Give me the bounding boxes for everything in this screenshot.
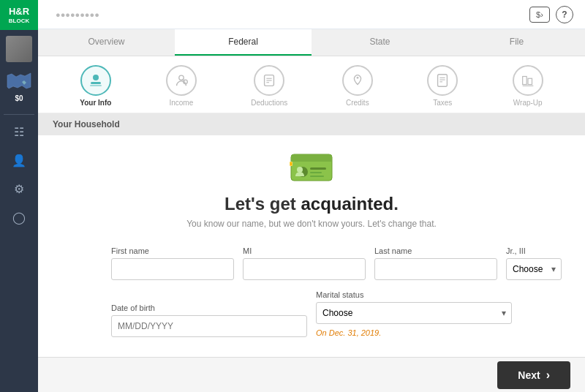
jr-select-wrapper: Choose Jr. Sr. II III IV [506, 258, 562, 280]
income-icon: $ [166, 65, 197, 96]
main-content: ●●●●●●●●● $› ? Overview Federal State Fi… [38, 0, 585, 392]
nav-tabs: Overview Federal State File [38, 29, 585, 56]
page-content: Your Household Let's get acquainted. You… [38, 113, 585, 357]
dob-marital-row: Date of birth Marital status Choose Sing… [111, 290, 512, 337]
marital-hint: On Dec. 31, 2019. [316, 328, 512, 337]
next-arrow-icon: › [546, 369, 550, 382]
step-income[interactable]: $ Income [166, 65, 197, 107]
us-map-icon [6, 71, 32, 91]
svg-point-10 [356, 77, 358, 79]
marital-group: Marital status Choose Single Married Fil… [316, 290, 512, 337]
sidebar-icon-person[interactable]: 👤 [0, 146, 38, 175]
avatar [6, 36, 32, 62]
mi-group: MI [243, 246, 366, 280]
tab-federal[interactable]: Federal [175, 29, 312, 56]
balance-display: $0 [15, 94, 23, 102]
tab-file[interactable]: File [448, 29, 585, 56]
topbar-title: ●●●●●●●●● [50, 10, 524, 19]
jr-select[interactable]: Choose Jr. Sr. II III IV [506, 258, 562, 280]
svg-rect-23 [310, 172, 322, 173]
step-label-wrap-up: Wrap-Up [513, 99, 543, 107]
sidebar-icon-gear[interactable]: ⚙ [0, 175, 38, 203]
next-label: Next [518, 369, 540, 381]
first-name-label: First name [111, 246, 234, 255]
deductions-icon [254, 65, 284, 96]
tab-state[interactable]: State [312, 29, 448, 56]
first-name-group: First name [111, 246, 234, 280]
name-row: First name MI Last name Jr., III Choose [111, 246, 512, 280]
topbar: ●●●●●●●●● $› ? [38, 0, 585, 29]
step-taxes[interactable]: Taxes [427, 65, 458, 107]
dob-group: Date of birth [111, 304, 307, 337]
step-label-deductions: Deductions [251, 99, 287, 107]
marital-select-wrapper: Choose Single Married Filing Jointly Mar… [316, 302, 512, 324]
svg-rect-1 [91, 82, 101, 84]
svg-rect-15 [522, 77, 526, 85]
logo-block: BLOCK [3, 18, 35, 25]
sidebar-icon-document[interactable]: ☷ [0, 118, 38, 146]
id-card-icon [288, 150, 335, 185]
marital-label: Marital status [316, 290, 512, 299]
svg-rect-2 [90, 85, 102, 86]
sidebar-icon-circle[interactable]: ◯ [0, 203, 38, 232]
step-credits[interactable]: Credits [342, 65, 373, 107]
logo-hr: H&R [3, 6, 35, 18]
footer: Next › [38, 357, 585, 392]
svg-rect-16 [528, 78, 532, 84]
form-subheadline: You know our name, but we don't know you… [186, 219, 437, 229]
next-button[interactable]: Next › [497, 361, 570, 389]
money-button[interactable]: $› [529, 7, 550, 23]
step-label-credits: Credits [346, 99, 369, 107]
tab-overview[interactable]: Overview [38, 29, 175, 56]
marital-select[interactable]: Choose Single Married Filing Jointly Mar… [316, 302, 512, 324]
svg-point-3 [179, 75, 184, 80]
svg-rect-22 [310, 167, 326, 170]
sidebar: H&R BLOCK $0 ☷ 👤 ⚙ ◯ [0, 0, 38, 392]
steps-bar: Your Info $ Income [38, 56, 585, 113]
help-button[interactable]: ? [556, 6, 573, 23]
jr-label: Jr., III [506, 246, 562, 255]
svg-point-0 [93, 75, 99, 80]
dob-label: Date of birth [111, 304, 307, 312]
last-name-label: Last name [374, 246, 497, 255]
last-name-input[interactable] [374, 258, 497, 280]
svg-rect-11 [438, 75, 448, 87]
jr-group: Jr., III Choose Jr. Sr. II III IV [506, 246, 562, 280]
step-deductions[interactable]: Deductions [251, 65, 287, 107]
last-name-group: Last name [374, 246, 497, 280]
svg-rect-27 [290, 162, 292, 165]
wrap-up-icon [513, 65, 543, 96]
first-name-input[interactable] [111, 258, 234, 280]
taxes-icon [427, 65, 458, 96]
svg-text:$: $ [184, 80, 185, 83]
step-label-income: Income [169, 99, 193, 107]
step-label-taxes: Taxes [433, 99, 452, 107]
step-label-your-info: Your Info [80, 99, 111, 107]
form-area: Let's get acquainted. You know our name,… [38, 135, 585, 357]
mi-label: MI [243, 246, 366, 255]
step-wrap-up[interactable]: Wrap-Up [513, 65, 543, 107]
step-your-info[interactable]: Your Info [80, 65, 111, 107]
svg-point-25 [297, 167, 303, 173]
svg-rect-20 [291, 159, 332, 162]
form-headline: Let's get acquainted. [224, 194, 399, 214]
sidebar-logo: H&R BLOCK [0, 0, 38, 30]
your-info-icon [80, 65, 111, 96]
svg-rect-24 [310, 176, 324, 177]
mi-input[interactable] [243, 258, 366, 280]
credits-icon [342, 65, 373, 96]
dob-input[interactable] [111, 315, 307, 337]
section-header: Your Household [38, 113, 585, 135]
